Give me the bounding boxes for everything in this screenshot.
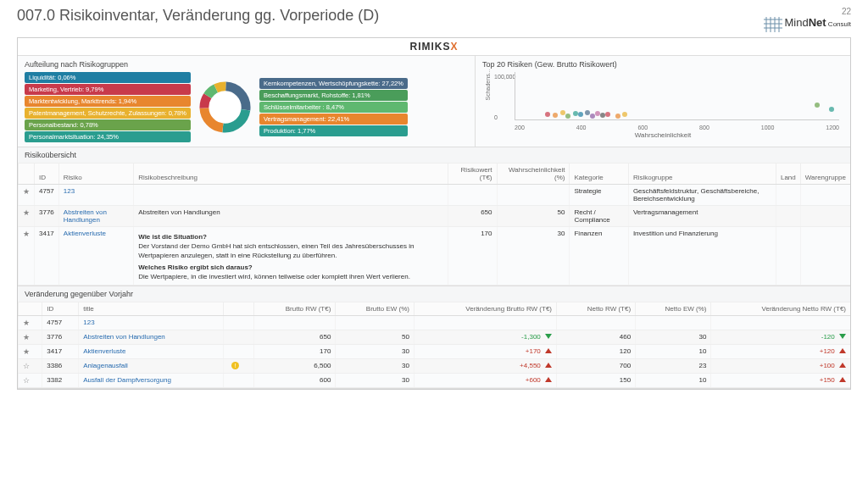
star-icon[interactable]: ☆ xyxy=(23,362,30,370)
risk-link[interactable]: Anlagenausfall xyxy=(83,362,127,369)
risk-group-tag[interactable]: Produktion: 1,77% xyxy=(259,125,408,136)
section-title: Risikoübersicht xyxy=(18,147,850,164)
page-title: 007.0 Risikoinventar, Veränderung gg. Vo… xyxy=(17,7,379,25)
up-icon xyxy=(545,363,552,368)
star-icon[interactable]: ★ xyxy=(23,347,30,356)
logo-block: 22 MindNet Consult xyxy=(764,7,851,32)
up-icon xyxy=(545,377,552,382)
section-title: Veränderung gegenüber Vorjahr xyxy=(18,286,850,302)
star-icon[interactable]: ★ xyxy=(23,319,30,327)
star-icon[interactable]: ☆ xyxy=(23,376,30,385)
panel-title: Top 20 Risiken (Gew. Brutto Risikowert) xyxy=(482,60,843,69)
up-icon xyxy=(839,377,846,382)
risk-group-tag[interactable]: Kernkompetenzen, Wertschöpfungskette: 27… xyxy=(259,78,408,89)
risk-group-tag[interactable]: Personalbestand: 0,78% xyxy=(25,119,191,130)
risk-link[interactable]: 123 xyxy=(83,319,94,326)
overview-table: IDRisikoRisikobeschreibungRisikowert (T€… xyxy=(18,164,850,286)
warning-icon: ! xyxy=(231,362,239,369)
risk-group-tag[interactable]: Beschaffungsmarkt, Rohstoffe: 1,81% xyxy=(259,90,408,101)
panel-title: Aufteilung nach Risikogruppen xyxy=(25,60,468,69)
scatter-point[interactable] xyxy=(829,107,834,112)
scatter-point[interactable] xyxy=(573,111,578,116)
table-row[interactable]: ☆3386Anlagenausfall!6,50030+4,550 70023+… xyxy=(19,358,851,373)
risk-group-tag[interactable]: Marktentwicklung, Markttrends: 1,94% xyxy=(25,96,191,107)
panel-risk-groups: Aufteilung nach Risikogruppen Liquidität… xyxy=(18,56,476,147)
scatter-point[interactable] xyxy=(615,114,620,119)
risk-group-tag[interactable]: Patentmanagement, Schutzrechte, Zulassun… xyxy=(25,108,191,119)
page-number: 22 xyxy=(764,7,851,16)
down-icon xyxy=(839,334,846,339)
table-row[interactable]: ★3417AktienverlusteWie ist die Situation… xyxy=(19,226,851,285)
svg-point-14 xyxy=(212,94,238,120)
risk-link[interactable]: Abstreiten von Handlungen xyxy=(83,333,165,341)
down-icon xyxy=(545,334,552,339)
brand-bar: RIMIKSX xyxy=(18,38,850,56)
risk-group-tag[interactable]: Schlüsselmitarbeiter : 8,47% xyxy=(259,102,408,113)
risk-group-tag[interactable]: Marketing, Vertrieb: 9,79% xyxy=(25,84,191,95)
table-row[interactable]: ★4757123StrategieGeschäftsfeldstruktur, … xyxy=(19,184,851,205)
star-icon[interactable]: ★ xyxy=(23,333,30,341)
scatter-point[interactable] xyxy=(605,112,610,117)
star-icon[interactable]: ★ xyxy=(23,230,30,238)
up-icon xyxy=(839,363,846,368)
risk-link[interactable]: Aktienverluste xyxy=(83,347,125,355)
scatter-point[interactable] xyxy=(578,112,583,117)
table-row[interactable]: ★3776Abstreiten von HandlungenAbstreiten… xyxy=(19,205,851,226)
scatter-point[interactable] xyxy=(565,114,570,119)
panel-top-risks: Top 20 Risiken (Gew. Brutto Risikowert) … xyxy=(476,56,850,147)
table-row[interactable]: ★4757123 xyxy=(19,315,851,330)
risk-link[interactable]: Aktienverluste xyxy=(64,230,106,237)
risk-group-tag[interactable]: Personalmarktsituation: 24,35% xyxy=(25,131,191,142)
star-icon[interactable]: ★ xyxy=(23,208,30,217)
scatter-point[interactable] xyxy=(815,103,820,108)
risk-link[interactable]: Ausfall der Dampfversorgung xyxy=(83,376,171,384)
change-table: IDtitleBrutto RW (T€)Brutto EW (%)Veränd… xyxy=(18,302,850,388)
section-overview: Risikoübersicht IDRisikoRisikobeschreibu… xyxy=(18,147,850,286)
table-row[interactable]: ★3417Aktienverluste17030+170 12010+120 xyxy=(19,344,851,358)
risk-group-tag[interactable]: Vertragsmanagement: 22,41% xyxy=(259,114,408,125)
up-icon xyxy=(545,348,552,353)
scatter-point[interactable] xyxy=(545,112,550,117)
up-icon xyxy=(839,348,846,353)
table-row[interactable]: ☆3382Ausfall der Dampfversorgung60030+60… xyxy=(19,373,851,387)
scatter-point[interactable] xyxy=(560,110,565,115)
scatter-point[interactable] xyxy=(622,112,627,117)
scatter-chart[interactable]: 100,000 0 Schadens... 200400600800100012… xyxy=(482,72,843,136)
risk-group-tag[interactable]: Liquidität: 0,06% xyxy=(25,72,191,83)
risk-link[interactable]: Abstreiten von Handlungen xyxy=(64,208,107,224)
dashboard: RIMIKSX Aufteilung nach Risikogruppen Li… xyxy=(17,37,851,390)
table-row[interactable]: ★3776Abstreiten von Handlungen65050-1,30… xyxy=(19,330,851,344)
star-icon[interactable]: ★ xyxy=(23,187,30,196)
risk-link[interactable]: 123 xyxy=(64,187,75,195)
section-change: Veränderung gegenüber Vorjahr IDtitleBru… xyxy=(18,286,850,389)
logo-grid-icon xyxy=(764,17,782,32)
donut-chart[interactable] xyxy=(198,80,253,135)
scatter-point[interactable] xyxy=(553,113,558,118)
